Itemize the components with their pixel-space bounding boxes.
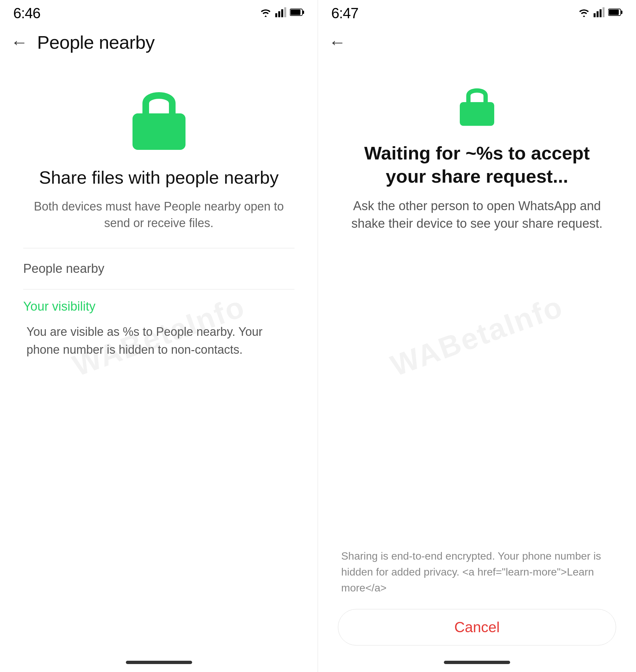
svg-rect-6 (291, 9, 300, 15)
svg-rect-8 (594, 13, 596, 17)
svg-rect-0 (275, 13, 277, 17)
time-right: 6:47 (331, 5, 358, 22)
wifi-icon (259, 7, 272, 20)
status-bar-right: 6:47 (318, 0, 636, 24)
svg-rect-1 (278, 11, 280, 17)
share-subtitle: Both devices must have People nearby ope… (23, 198, 295, 232)
status-bar-left: 6:46 (0, 0, 318, 24)
battery-icon (290, 8, 304, 19)
svg-rect-15 (460, 102, 494, 126)
wifi-icon-right (578, 7, 590, 20)
svg-rect-9 (597, 11, 599, 17)
toolbar-left: ← People nearby (0, 24, 318, 60)
battery-icon-right (608, 8, 623, 19)
lock-icon-small-container (318, 80, 636, 128)
section-label-people-nearby: People nearby (23, 258, 295, 279)
home-indicator-left (126, 661, 192, 664)
toolbar-right: ← (318, 24, 636, 60)
share-title: Share files with people nearby (23, 167, 295, 189)
svg-rect-11 (602, 7, 604, 17)
lock-icon-small (455, 80, 499, 128)
page-title-left: People nearby (37, 32, 155, 53)
bottom-section-right: Sharing is end-to-end encrypted. Your ph… (318, 548, 636, 672)
content-area-left: Share files with people nearby Both devi… (0, 167, 318, 672)
home-indicator-right (444, 661, 510, 664)
svg-rect-14 (609, 9, 619, 15)
right-panel: 6:47 (318, 0, 636, 672)
status-icons-left (259, 7, 304, 20)
svg-rect-13 (621, 11, 622, 14)
signal-icon (275, 7, 286, 20)
visibility-text: You are visible as %s to People nearby. … (23, 323, 295, 359)
status-icons-right (578, 7, 623, 20)
svg-rect-10 (600, 9, 601, 17)
svg-rect-3 (284, 7, 286, 17)
svg-rect-7 (133, 113, 185, 150)
divider-top (23, 248, 295, 248)
back-button-left[interactable]: ← (11, 34, 28, 51)
left-panel: 6:46 (0, 0, 318, 672)
waiting-subtitle: Ask the other person to open WhatsApp an… (341, 197, 613, 232)
lock-icon-large (126, 80, 192, 153)
encryption-text: Sharing is end-to-end encrypted. Your ph… (338, 548, 616, 596)
lock-icon-large-container (0, 80, 318, 153)
waiting-title: Waiting for ~%s to accept your share req… (341, 141, 613, 188)
back-button-right[interactable]: ← (329, 34, 346, 51)
cancel-button[interactable]: Cancel (338, 609, 616, 646)
time-left: 6:46 (13, 5, 40, 22)
signal-icon-right (594, 7, 605, 20)
visibility-label: Your visibility (23, 300, 295, 314)
svg-rect-2 (281, 9, 283, 17)
content-area-right: Waiting for ~%s to accept your share req… (318, 141, 636, 548)
svg-rect-5 (302, 11, 304, 14)
divider-bottom (23, 289, 295, 289)
cancel-button-label: Cancel (455, 619, 500, 635)
